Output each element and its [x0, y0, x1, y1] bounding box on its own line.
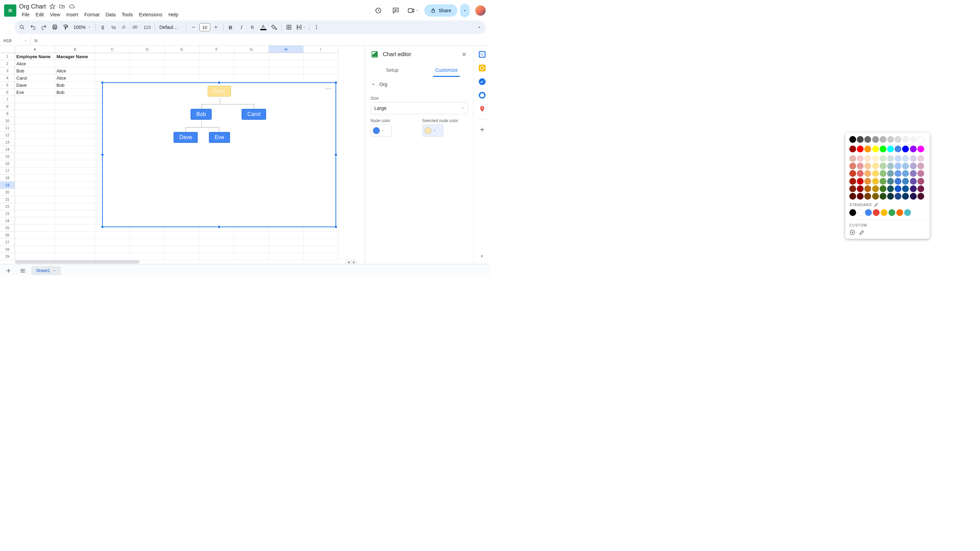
cell[interactable]: [15, 210, 55, 218]
all-sheets-icon[interactable]: [17, 266, 29, 276]
cell[interactable]: [269, 60, 304, 67]
cell[interactable]: [234, 75, 269, 82]
menu-file[interactable]: File: [19, 11, 32, 18]
row-header[interactable]: 4: [0, 75, 15, 82]
cell[interactable]: [15, 175, 55, 182]
cell[interactable]: [55, 139, 95, 146]
cell[interactable]: Alice: [55, 67, 95, 75]
org-node-eve[interactable]: Eve: [209, 132, 230, 143]
cell[interactable]: [55, 132, 95, 139]
maps-addon-icon[interactable]: [479, 105, 485, 112]
cell[interactable]: [269, 239, 304, 246]
cell[interactable]: [15, 153, 55, 160]
cell[interactable]: [15, 110, 55, 118]
cell[interactable]: [15, 124, 55, 132]
italic-icon[interactable]: I: [237, 22, 247, 32]
row-header[interactable]: 14: [0, 146, 15, 153]
cell[interactable]: [15, 167, 55, 175]
cell[interactable]: [15, 218, 55, 224]
cell[interactable]: [15, 182, 55, 189]
strikethrough-icon[interactable]: S: [247, 22, 258, 32]
column-header[interactable]: H: [269, 46, 304, 53]
cell[interactable]: [15, 189, 55, 196]
cell[interactable]: [55, 60, 95, 67]
font-size-input[interactable]: 10: [199, 23, 210, 31]
cell[interactable]: Dave: [15, 82, 55, 89]
decrease-decimal-icon[interactable]: .0←: [119, 22, 130, 32]
cell[interactable]: [55, 175, 95, 182]
tab-setup[interactable]: Setup: [365, 63, 420, 77]
menu-tools[interactable]: Tools: [119, 11, 136, 18]
size-select[interactable]: Large: [371, 102, 468, 114]
cell[interactable]: [55, 232, 95, 239]
cell[interactable]: [199, 246, 234, 253]
cell[interactable]: [95, 232, 130, 239]
cell[interactable]: [269, 253, 304, 260]
cell[interactable]: [55, 124, 95, 132]
row-header[interactable]: 13: [0, 139, 15, 146]
cell[interactable]: Manager Name: [55, 53, 95, 60]
cell[interactable]: [55, 246, 95, 253]
more-formats-icon[interactable]: 123: [142, 22, 153, 32]
print-icon[interactable]: [50, 22, 60, 32]
increase-font-icon[interactable]: +: [211, 22, 221, 32]
cell[interactable]: [55, 110, 95, 118]
cell[interactable]: Alice: [15, 60, 55, 67]
column-header[interactable]: A: [15, 46, 55, 53]
cell[interactable]: [55, 253, 95, 260]
cell[interactable]: [234, 232, 269, 239]
select-all-corner[interactable]: [0, 46, 15, 53]
row-header[interactable]: 21: [0, 196, 15, 203]
meet-icon[interactable]: [407, 5, 419, 17]
cell[interactable]: [55, 103, 95, 110]
cell[interactable]: [165, 253, 199, 260]
bold-icon[interactable]: B: [226, 22, 236, 32]
row-header[interactable]: 7: [0, 96, 15, 103]
paint-format-icon[interactable]: [60, 22, 71, 32]
cell[interactable]: [15, 118, 55, 124]
cell[interactable]: [55, 218, 95, 224]
cell[interactable]: [304, 239, 338, 246]
search-menus-icon[interactable]: [17, 22, 27, 32]
cell[interactable]: [55, 167, 95, 175]
cell[interactable]: [269, 246, 304, 253]
cell[interactable]: [269, 75, 304, 82]
row-header[interactable]: 5: [0, 82, 15, 89]
row-header[interactable]: 26: [0, 232, 15, 239]
column-header[interactable]: D: [130, 46, 165, 53]
menu-help[interactable]: Help: [166, 11, 181, 18]
cell[interactable]: [15, 132, 55, 139]
cell[interactable]: [15, 139, 55, 146]
sheet-tab[interactable]: Sheet1: [31, 266, 61, 275]
resize-handle[interactable]: [101, 153, 104, 156]
cell[interactable]: [304, 232, 338, 239]
menu-edit[interactable]: Edit: [33, 11, 47, 18]
cell[interactable]: [130, 253, 165, 260]
cell[interactable]: [130, 67, 165, 75]
column-header[interactable]: F: [199, 46, 234, 53]
resize-handle[interactable]: [101, 81, 104, 84]
row-header[interactable]: 25: [0, 224, 15, 232]
cloud-status-icon[interactable]: [68, 3, 75, 10]
row-header[interactable]: 8: [0, 103, 15, 110]
history-icon[interactable]: [372, 5, 384, 17]
row-header[interactable]: 20: [0, 189, 15, 196]
hide-side-panel-icon[interactable]: [479, 253, 485, 260]
cell[interactable]: [95, 75, 130, 82]
cell[interactable]: [199, 253, 234, 260]
merge-cells-icon[interactable]: [295, 22, 307, 32]
cell[interactable]: [130, 53, 165, 60]
row-header[interactable]: 28: [0, 246, 15, 253]
chart-menu-icon[interactable]: ⋮: [325, 86, 332, 92]
cell[interactable]: [55, 160, 95, 167]
row-header[interactable]: 18: [0, 175, 15, 182]
cell[interactable]: [304, 253, 338, 260]
cell[interactable]: [15, 160, 55, 167]
cell[interactable]: [234, 239, 269, 246]
text-color-icon[interactable]: A: [258, 22, 269, 32]
cell[interactable]: [95, 246, 130, 253]
cell[interactable]: [15, 232, 55, 239]
cell[interactable]: [269, 232, 304, 239]
app-logo[interactable]: [4, 5, 16, 17]
resize-handle[interactable]: [101, 225, 104, 228]
